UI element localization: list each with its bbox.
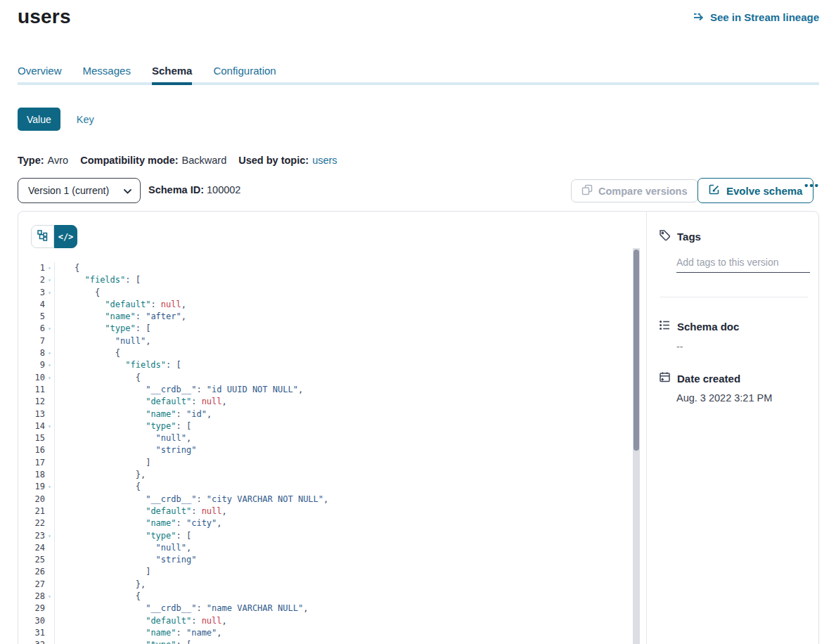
code-view-button[interactable]: </> xyxy=(54,225,77,248)
code-text: }, xyxy=(54,469,645,481)
code-text: "null", xyxy=(54,335,645,347)
code-text: "string" xyxy=(54,444,645,456)
line-number: 30 xyxy=(18,615,45,627)
add-tags-input[interactable] xyxy=(676,257,810,273)
tab-schema[interactable]: Schema xyxy=(152,64,193,85)
code-text: "default": null, xyxy=(54,396,645,408)
fold-arrow-icon[interactable]: ▾ xyxy=(45,262,54,274)
key-toggle-link[interactable]: Key xyxy=(77,114,94,125)
fold-arrow-icon[interactable]: ▾ xyxy=(45,347,54,359)
code-text: }, xyxy=(54,579,645,591)
line-number: 4 xyxy=(18,299,45,311)
compare-versions-icon xyxy=(581,184,593,198)
fold-spacer xyxy=(45,396,54,408)
evolve-schema-button[interactable]: Evolve schema xyxy=(697,178,814,203)
sidebar-divider xyxy=(660,297,808,297)
evolve-schema-label: Evolve schema xyxy=(726,185,802,197)
code-text: "name": "name", xyxy=(54,627,645,639)
fold-spacer xyxy=(45,408,54,420)
fold-arrow-icon[interactable]: ▾ xyxy=(45,287,54,299)
code-line: 31 "name": "name", xyxy=(18,627,645,639)
schema-doc-section-heading: Schema doc xyxy=(659,319,807,333)
code-line: 30 "default": null, xyxy=(18,615,645,627)
stream-lineage-icon xyxy=(693,11,705,24)
fold-arrow-icon[interactable]: ▾ xyxy=(45,530,54,542)
more-options-button[interactable]: ••• xyxy=(804,179,820,191)
line-number: 21 xyxy=(18,505,45,517)
fold-spacer xyxy=(45,505,54,517)
fold-arrow-icon[interactable]: ▾ xyxy=(45,359,54,371)
code-text: "type": [ xyxy=(54,639,645,644)
code-line: 2▾ "fields": [ xyxy=(18,274,645,286)
line-number: 16 xyxy=(18,444,45,456)
code-text: "type": [ xyxy=(54,530,645,542)
fold-spacer xyxy=(45,444,54,456)
schema-doc-value: -- xyxy=(676,341,807,352)
code-line: 5 "name": "after", xyxy=(18,311,645,323)
compare-versions-label: Compare versions xyxy=(598,186,688,197)
fold-arrow-icon[interactable]: ▾ xyxy=(45,274,54,286)
scrollbar-thumb[interactable] xyxy=(634,250,639,451)
code-text: { xyxy=(54,287,645,299)
fold-arrow-icon[interactable]: ▾ xyxy=(45,481,54,493)
fold-spacer xyxy=(45,311,54,323)
line-number: 14 xyxy=(18,420,45,432)
version-select[interactable]: Version 1 (current) xyxy=(18,178,141,203)
schema-id-label: Schema ID: xyxy=(148,184,204,195)
line-number: 19 xyxy=(18,481,45,493)
code-text: "fields": [ xyxy=(54,359,645,371)
code-text: "default": null, xyxy=(54,299,645,311)
line-number: 2 xyxy=(18,274,45,286)
value-toggle-button[interactable]: Value xyxy=(18,108,60,131)
code-line: 3▾ { xyxy=(18,287,645,299)
line-number: 12 xyxy=(18,396,45,408)
code-text: "string" xyxy=(54,554,645,566)
code-line: 12 "default": null, xyxy=(18,396,645,408)
evolve-schema-icon xyxy=(709,184,720,198)
code-text: "type": [ xyxy=(54,323,645,335)
code-text: "name": "city", xyxy=(54,517,645,529)
fold-spacer xyxy=(45,603,54,614)
see-in-stream-lineage-link[interactable]: See in Stream lineage xyxy=(693,11,819,24)
tags-heading-label: Tags xyxy=(677,231,701,243)
tree-view-icon xyxy=(37,229,49,244)
code-line: 18 }, xyxy=(18,469,645,481)
code-text: "__crdb__": "city VARCHAR NOT NULL", xyxy=(54,494,645,505)
code-line: 25 "string" xyxy=(18,554,645,566)
line-number: 7 xyxy=(18,335,45,347)
fold-spacer xyxy=(45,432,54,444)
fold-spacer xyxy=(45,517,54,529)
tree-view-button[interactable] xyxy=(31,225,54,248)
schema-card: </> 1▾{2▾ "fields": [3▾ {4 "default": nu… xyxy=(18,211,819,644)
code-line: 13 "name": "id", xyxy=(18,408,645,420)
line-number: 18 xyxy=(18,469,45,481)
fold-arrow-icon[interactable]: ▾ xyxy=(45,323,54,335)
compare-versions-button[interactable]: Compare versions xyxy=(571,179,698,202)
code-text: { xyxy=(54,372,645,384)
code-text: { xyxy=(54,262,645,274)
code-line: 20 "__crdb__": "city VARCHAR NOT NULL", xyxy=(18,494,645,505)
fold-arrow-icon[interactable]: ▾ xyxy=(45,420,54,432)
code-editor[interactable]: 1▾{2▾ "fields": [3▾ {4 "default": null,5… xyxy=(18,262,645,644)
line-number: 22 xyxy=(18,517,45,529)
code-text: ] xyxy=(54,457,645,469)
fold-spacer xyxy=(45,469,54,481)
scrollbar[interactable] xyxy=(633,248,640,644)
date-created-heading-label: Date created xyxy=(677,373,740,385)
used-by-topic-link[interactable]: users xyxy=(312,155,337,166)
code-line: 8▾ { xyxy=(18,347,645,359)
code-text: "default": null, xyxy=(54,615,645,627)
tags-section-heading: Tags xyxy=(659,229,807,243)
fold-spacer xyxy=(45,335,54,347)
fold-arrow-icon[interactable]: ▾ xyxy=(45,591,54,603)
schema-id-value: 100002 xyxy=(207,184,240,195)
type-label: Type: xyxy=(18,155,44,166)
compatibility-value: Backward xyxy=(182,155,227,166)
line-number: 10 xyxy=(18,372,45,384)
fold-spacer xyxy=(45,615,54,627)
fold-arrow-icon[interactable]: ▾ xyxy=(45,372,54,384)
code-line: 10▾ { xyxy=(18,372,645,384)
fold-arrow-icon[interactable]: ▾ xyxy=(45,639,54,644)
schema-view-toggle: </> xyxy=(31,225,77,248)
fold-spacer xyxy=(45,384,54,396)
